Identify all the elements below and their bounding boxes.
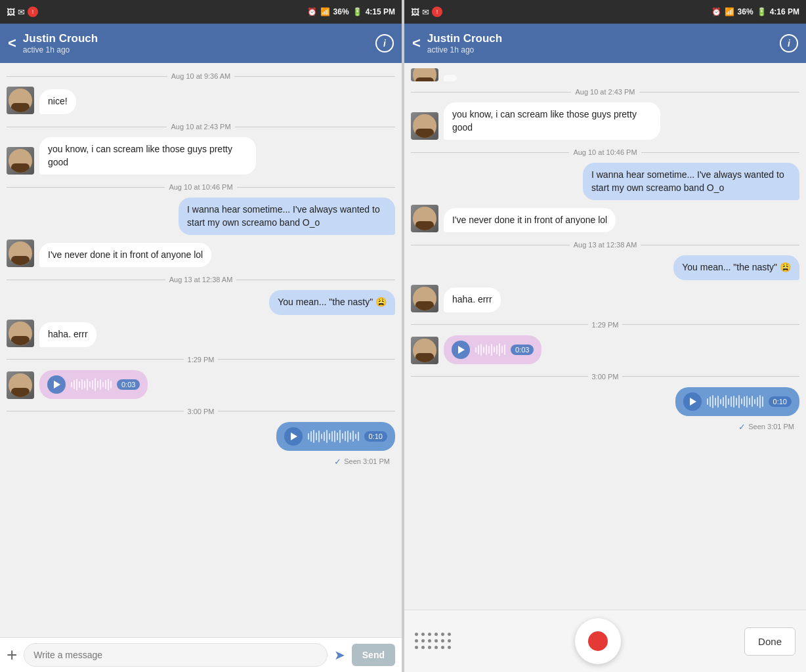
r-timestamp-1: Aug 10 at 2:43 PM [411,88,799,96]
wave-bar [494,346,495,352]
dot [435,639,438,642]
dots-grid [415,633,452,650]
wave-bar [321,434,322,439]
signal-bars-right: 36% [738,7,753,16]
r-avatar-img-1 [411,112,438,140]
r-timestamp-4: 1:29 PM [411,321,799,329]
r-timestamp-2: Aug 10 at 10:46 PM [411,148,799,156]
chat-header-right: < Justin Crouch active 1h ago i [404,24,806,63]
back-button-right[interactable]: < [412,35,421,52]
photo-icon: 🖼 [7,7,15,17]
wave-bar [488,346,490,354]
r-avatar-face-4 [413,339,436,362]
wave-bar [316,432,317,440]
duration-badge-sent-1: 0:10 [364,431,387,442]
r-duration-badge-1: 0:03 [511,345,534,355]
record-button[interactable] [575,618,621,664]
wave-bar [81,379,83,390]
dot [421,639,425,642]
wave-bar [738,395,740,408]
play-button-1[interactable] [47,375,66,394]
r-message-row-4: You mean... "the nasty" 😩 [411,255,799,280]
r-timestamp-5: 3:00 PM [411,373,799,381]
r-play-triangle-1 [458,346,465,354]
audio-bubble-sent-1[interactable]: 0:10 [276,422,395,451]
envelope-icon-r: ✉ [422,7,429,17]
chat-area-left: Aug 10 at 9:36 AM nice! Aug 10 at 2:43 P… [0,63,402,637]
wave-bar [76,379,77,390]
avatar-partial-top [411,68,438,81]
dot [441,633,444,636]
dot [448,646,451,649]
wave-bar [710,396,711,407]
avatar-4 [7,320,34,347]
wave-bar [108,379,109,390]
avatar-1 [7,87,34,114]
left-panel: 🖼 ✉ ! ⏰ 📶 36% 🔋 4:15 PM < Justin Crouch … [0,0,402,672]
contact-status-left: active 1h ago [23,45,369,54]
wave-bar [337,432,338,440]
r-avatar-face-1 [413,114,436,138]
wave-bar [110,381,112,388]
avatar-3 [7,240,34,267]
r-bubble-5: haha. errr [444,287,501,312]
back-button-left[interactable]: < [8,35,16,52]
status-info-right: ⏰ 📶 36% 🔋 4:16 PM [711,7,799,16]
avatar-img-3 [7,240,34,267]
audio-bubble-received-1[interactable]: 0:03 [39,370,148,399]
wave-bar [741,398,742,404]
info-button-right[interactable]: i [780,34,798,52]
wave-bar [480,344,482,356]
r-avatar-img-4 [411,337,438,364]
time-left: 4:15 PM [366,7,395,16]
add-button-left[interactable]: + [7,646,17,664]
avatar-face-1 [9,89,32,112]
r-play-button-1[interactable] [452,341,470,359]
timestamp-5: 1:29 PM [7,356,395,364]
r-audio-bubble-1[interactable]: 0:03 [444,335,541,364]
wave-bar [746,396,748,408]
clock-icon: ⏰ [307,7,317,16]
dot [435,633,438,636]
r-play-button-sent-1[interactable] [683,392,702,411]
timestamp-4: Aug 13 at 12:38 AM [7,276,395,284]
avatar-face-partial [413,68,436,81]
wave-bar [504,345,505,355]
done-button[interactable]: Done [744,627,795,656]
wave-bar [97,381,98,388]
input-area-left: + ➤ Send [0,637,402,672]
wave-bar [499,343,500,356]
message-input-left[interactable] [24,643,327,667]
wave-bar [79,381,80,388]
r-bubble-4: You mean... "the nasty" 😩 [673,255,799,280]
message-row-4: I've never done it in front of anyone lo… [7,240,395,267]
wave-bar [754,399,755,404]
r-play-triangle-sent-1 [690,398,696,406]
r-audio-bubble-sent-1[interactable]: 0:10 [675,387,799,416]
play-button-sent-1[interactable] [284,427,303,446]
wave-bar [358,432,359,441]
timestamp-3: Aug 10 at 10:46 PM [7,183,395,191]
dot [441,646,444,649]
envelope-icon: ✉ [18,7,25,17]
contact-name-right: Justin Crouch [427,32,773,45]
r-avatar-2 [411,205,438,232]
timestamp-6: 3:00 PM [7,408,395,415]
wave-bar [331,431,333,442]
location-icon-left[interactable]: ➤ [334,647,345,663]
send-button-left[interactable]: Send [352,644,395,666]
wave-bar [352,430,354,442]
wave-bar [89,381,91,387]
r-audio-row-1: 0:03 [411,335,799,364]
r-timestamp-3: Aug 13 at 12:38 AM [411,241,799,249]
r-waveform-1 [475,343,505,357]
status-info-left: ⏰ 📶 36% 🔋 4:15 PM [307,7,395,16]
wave-bar [707,398,708,405]
dot [415,633,418,636]
bubble-5: You mean... "the nasty" 😩 [269,290,395,315]
wave-bar [87,379,88,390]
info-button-left[interactable]: i [375,34,394,52]
bubble-4: I've never done it in front of anyone lo… [39,243,211,268]
dot [448,639,451,642]
notification-icon: ! [28,7,38,17]
